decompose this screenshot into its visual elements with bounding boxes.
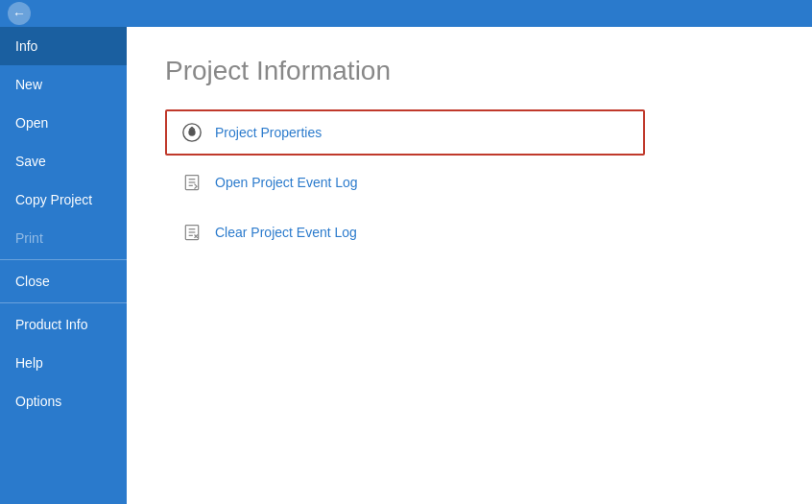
sidebar-label-options: Options bbox=[15, 394, 61, 409]
sidebar-label-close: Close bbox=[15, 274, 50, 289]
sidebar-item-save[interactable]: Save bbox=[0, 142, 127, 180]
log-clear-icon bbox=[180, 221, 203, 244]
open-event-log-label: Open Project Event Log bbox=[215, 175, 358, 190]
sidebar-divider bbox=[0, 259, 127, 260]
open-event-log-item[interactable]: Open Project Event Log bbox=[165, 159, 645, 205]
clear-event-log-label: Clear Project Event Log bbox=[215, 225, 357, 240]
top-bar: ← bbox=[0, 0, 812, 27]
sidebar-item-open[interactable]: Open bbox=[0, 104, 127, 142]
sidebar-item-info[interactable]: Info bbox=[0, 27, 127, 65]
page-title: Project Information bbox=[165, 56, 774, 86]
main-layout: Info New Open Save Copy Project Print Cl… bbox=[0, 27, 812, 504]
content-area: Project Information Project Properties bbox=[127, 27, 812, 504]
sidebar-label-save: Save bbox=[15, 154, 46, 169]
sidebar-label-print: Print bbox=[15, 230, 43, 246]
sidebar-item-help[interactable]: Help bbox=[0, 344, 127, 382]
sidebar-item-print: Print bbox=[0, 219, 127, 257]
sidebar-item-close[interactable]: Close bbox=[0, 262, 127, 300]
info-items-list: Project Properties Open Project Event Lo… bbox=[165, 109, 645, 255]
sidebar-label-copy-project: Copy Project bbox=[15, 192, 92, 207]
log-open-icon bbox=[180, 171, 203, 194]
sidebar-divider-2 bbox=[0, 302, 127, 303]
sidebar-item-new[interactable]: New bbox=[0, 65, 127, 104]
sidebar-label-help: Help bbox=[15, 355, 43, 371]
project-properties-label: Project Properties bbox=[215, 125, 322, 140]
sidebar-label-open: Open bbox=[15, 115, 48, 131]
circle-arrow-icon bbox=[180, 121, 203, 144]
back-icon: ← bbox=[12, 6, 26, 21]
sidebar-label-new: New bbox=[15, 77, 42, 92]
sidebar: Info New Open Save Copy Project Print Cl… bbox=[0, 27, 127, 504]
back-button[interactable]: ← bbox=[8, 2, 31, 25]
sidebar-label-product-info: Product Info bbox=[15, 317, 88, 332]
clear-event-log-item[interactable]: Clear Project Event Log bbox=[165, 209, 645, 255]
sidebar-label-info: Info bbox=[15, 38, 37, 54]
sidebar-item-product-info[interactable]: Product Info bbox=[0, 305, 127, 344]
project-properties-item[interactable]: Project Properties bbox=[165, 109, 645, 156]
sidebar-item-options[interactable]: Options bbox=[0, 382, 127, 420]
sidebar-item-copy-project[interactable]: Copy Project bbox=[0, 180, 127, 219]
